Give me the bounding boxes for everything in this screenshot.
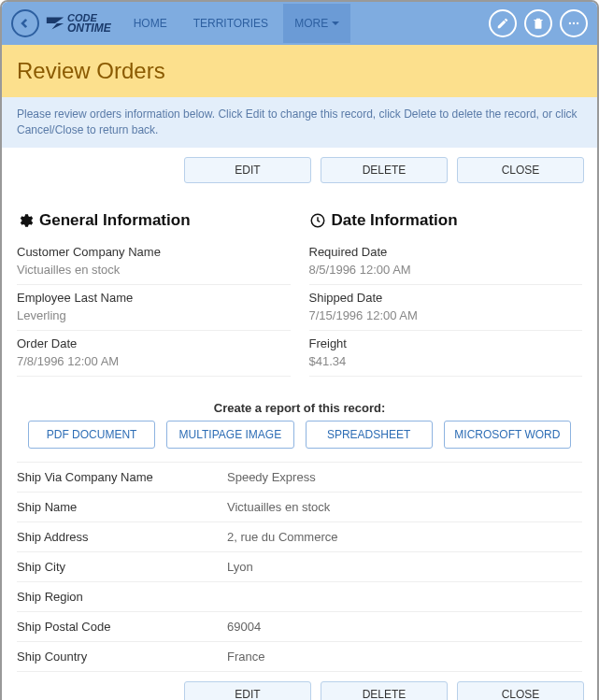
svg-point-3: [577, 22, 578, 24]
employee-value: Leverling: [17, 308, 291, 322]
freight-field: Freight $41.34: [309, 331, 583, 377]
svg-point-2: [573, 22, 575, 24]
edit-button[interactable]: EDIT: [184, 157, 311, 183]
ship-postal-row: Ship Postal Code 69004: [17, 612, 582, 642]
close-button-bottom[interactable]: CLOSE: [457, 681, 584, 700]
ship-region-row: Ship Region: [17, 582, 582, 612]
back-arrow-icon-path: [18, 16, 33, 31]
ship-region-label: Ship Region: [17, 590, 227, 604]
dots-icon: [567, 17, 580, 30]
close-button[interactable]: CLOSE: [457, 157, 584, 183]
dates-section: Date Information Required Date 8/5/1996 …: [309, 211, 583, 377]
nav-territories[interactable]: TERRITORIES: [182, 4, 279, 43]
employee-field: Employee Last Name Leverling: [17, 285, 291, 331]
ship-postal-value: 69004: [227, 620, 261, 634]
clock-icon: [309, 212, 326, 229]
customer-label: Customer Company Name: [17, 245, 291, 259]
ship-name-label: Ship Name: [17, 500, 227, 514]
svg-point-1: [569, 22, 571, 24]
more-icon-button[interactable]: [560, 9, 588, 37]
ship-city-row: Ship City Lyon: [17, 552, 582, 582]
report-word-button[interactable]: MICROSOFT WORD: [444, 421, 571, 449]
trash-icon: [532, 17, 545, 30]
general-title: General Information: [39, 211, 191, 230]
employee-label: Employee Last Name: [17, 291, 291, 305]
nav-more[interactable]: MORE: [283, 4, 350, 43]
freight-value: $41.34: [309, 354, 583, 368]
sections: General Information Customer Company Nam…: [2, 193, 597, 384]
page-title: Review Orders: [17, 58, 582, 84]
delete-icon-button[interactable]: [524, 9, 552, 37]
action-row-bottom: EDIT DELETE CLOSE: [2, 672, 597, 700]
ship-country-row: Ship Country France: [17, 642, 582, 672]
edit-button-bottom[interactable]: EDIT: [184, 681, 311, 700]
report-buttons: PDF DOCUMENT MULTIPAGE IMAGE SPREADSHEET…: [2, 421, 597, 462]
ship-via-row: Ship Via Company Name Speedy Express: [17, 462, 582, 493]
shipped-field: Shipped Date 7/15/1996 12:00 AM: [309, 285, 583, 331]
customer-field: Customer Company Name Victuailles en sto…: [17, 239, 291, 285]
orderdate-label: Order Date: [17, 336, 291, 350]
ship-addr-label: Ship Address: [17, 530, 227, 544]
customer-value: Victuailles en stock: [17, 263, 291, 277]
ship-addr-row: Ship Address 2, rue du Commerce: [17, 522, 582, 552]
delete-button[interactable]: DELETE: [321, 157, 448, 183]
required-label: Required Date: [309, 245, 583, 259]
freight-label: Freight: [309, 336, 583, 350]
delete-button-bottom[interactable]: DELETE: [321, 681, 448, 700]
nav-home[interactable]: HOME: [122, 4, 178, 43]
chevron-down-icon: [332, 21, 339, 25]
report-spreadsheet-button[interactable]: SPREADSHEET: [306, 421, 433, 449]
orderdate-field: Order Date 7/8/1996 12:00 AM: [17, 331, 291, 377]
ship-addr-value: 2, rue du Commerce: [227, 530, 338, 544]
nav-more-label: MORE: [294, 17, 328, 30]
back-button[interactable]: [11, 9, 39, 37]
edit-icon-button[interactable]: [489, 9, 517, 37]
logo-wing-icon: [45, 15, 65, 32]
ship-name-row: Ship Name Victuailles en stock: [17, 493, 582, 522]
shipped-label: Shipped Date: [309, 291, 583, 305]
pencil-icon: [496, 17, 509, 30]
info-bar: Please review orders information below. …: [2, 97, 597, 148]
dates-title: Date Information: [332, 211, 458, 230]
logo[interactable]: CODE ONTIME: [45, 14, 111, 33]
ship-country-label: Ship Country: [17, 650, 227, 664]
report-pdf-button[interactable]: PDF DOCUMENT: [28, 421, 155, 449]
ship-country-value: France: [227, 650, 264, 664]
ship-via-value: Speedy Express: [227, 470, 316, 484]
topbar: CODE ONTIME HOME TERRITORIES MORE: [2, 2, 597, 45]
ship-city-value: Lyon: [227, 560, 253, 574]
general-section: General Information Customer Company Nam…: [17, 211, 291, 377]
ship-name-value: Victuailles en stock: [227, 500, 330, 514]
ship-via-label: Ship Via Company Name: [17, 470, 227, 484]
orderdate-value: 7/8/1996 12:00 AM: [17, 354, 291, 368]
title-bar: Review Orders: [2, 45, 597, 97]
action-row-top: EDIT DELETE CLOSE: [2, 148, 597, 193]
report-title: Create a report of this record:: [2, 384, 597, 421]
ship-city-label: Ship City: [17, 560, 227, 574]
nav: HOME TERRITORIES MORE: [122, 4, 350, 43]
logo-text: CODE ONTIME: [67, 14, 111, 33]
report-multipage-button[interactable]: MULTIPAGE IMAGE: [166, 421, 293, 449]
logo-line2: ONTIME: [67, 23, 111, 33]
ship-table: Ship Via Company Name Speedy Express Shi…: [2, 462, 597, 672]
shipped-value: 7/15/1996 12:00 AM: [309, 308, 583, 322]
required-field: Required Date 8/5/1996 12:00 AM: [309, 239, 583, 285]
required-value: 8/5/1996 12:00 AM: [309, 263, 583, 277]
ship-postal-label: Ship Postal Code: [17, 620, 227, 634]
gear-icon: [17, 212, 34, 229]
